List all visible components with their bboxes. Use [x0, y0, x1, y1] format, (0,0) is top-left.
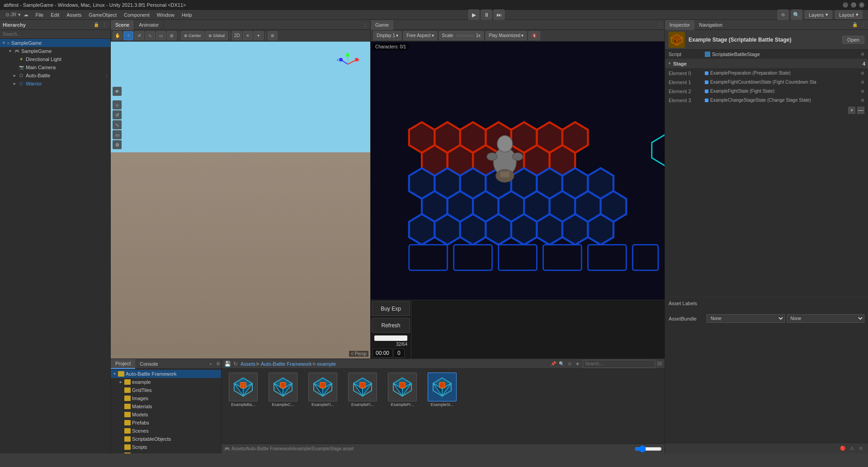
asset-item-2[interactable]: ExampleFi... — [305, 373, 341, 407]
assets-menu[interactable]: Assets — [63, 11, 85, 19]
asset-item-3[interactable]: ExampleFi... — [344, 373, 381, 407]
tab-game[interactable]: Game — [371, 20, 393, 30]
breadcrumb-example[interactable]: example — [317, 361, 336, 367]
maximize-button[interactable]: ❐ — [851, 2, 856, 8]
folder-item-scenes2[interactable]: ► Scenes — [111, 451, 221, 453]
minimize-button[interactable]: — — [843, 2, 848, 8]
folder-item-example[interactable]: ► example — [111, 378, 221, 386]
tab-animator[interactable]: Animator — [134, 20, 164, 30]
folder-item-auto-battle[interactable]: ▼ Auto-Battle Framework — [111, 370, 221, 378]
scene-zoom-in-btn[interactable]: 👁 — [113, 87, 122, 96]
asset-search-btn2[interactable]: 🔍 — [558, 361, 565, 367]
inspector-lock-icon[interactable]: 🔒 — [852, 22, 858, 28]
window-menu[interactable]: Window — [153, 11, 178, 19]
component-menu[interactable]: Component — [120, 11, 153, 19]
script-settings-icon[interactable]: ⚙ — [861, 52, 864, 57]
inspector-stage-header[interactable]: ▼ Stage 4 — [665, 59, 868, 69]
asset-filter-btn[interactable]: ⊙ — [566, 361, 573, 367]
scene-move-btn[interactable]: ⊹ — [123, 31, 133, 40]
project-add-btn[interactable]: + — [207, 360, 215, 368]
hierarchy-item-directional-light[interactable]: ► ☀ Directional Light — [0, 55, 110, 63]
tab-console[interactable]: Console — [135, 359, 162, 369]
tab-navigation[interactable]: Navigation — [694, 20, 727, 30]
asset-refresh-btn[interactable]: ↻ — [232, 361, 239, 367]
scene-scale2-btn[interactable]: ⤡ — [113, 120, 122, 129]
folder-item-scenes[interactable]: ► Scenes — [111, 427, 221, 435]
folder-item-prefabs[interactable]: ► Prefabs — [111, 419, 221, 427]
tab-scene[interactable]: Scene — [111, 20, 134, 30]
game-scale-btn[interactable]: Scale 1x — [439, 31, 484, 40]
file-menu[interactable]: File — [32, 11, 47, 19]
hierarchy-item-main-camera[interactable]: ► 📷 Main Camera — [0, 63, 110, 71]
scene-2d-btn[interactable]: 2D — [232, 31, 242, 40]
scene-more-icon[interactable]: ⋮ — [362, 22, 368, 28]
scene-lighting-btn[interactable]: ☀ — [243, 31, 253, 40]
asset-bundle-select[interactable]: None — [707, 314, 785, 323]
folder-item-scriptableobjects[interactable]: ► ScriptableObjects — [111, 435, 221, 443]
element-settings-1[interactable]: ⚙ — [861, 80, 864, 85]
hierarchy-item-samplegame[interactable]: ▼ 🎮 SampleGame — [0, 47, 110, 55]
buy-exp-button[interactable]: Buy Exp — [372, 301, 410, 316]
asset-item-5[interactable]: ExampleSt... — [424, 373, 460, 407]
hierarchy-lock-icon[interactable]: 🔒 — [93, 22, 99, 28]
game-more-icon[interactable]: ⋮ — [656, 22, 663, 28]
scene-global-btn[interactable]: ⊕ Global — [205, 31, 228, 40]
inspector-open-button[interactable]: Open — [842, 36, 864, 44]
scene-rect-btn[interactable]: ▭ — [156, 31, 166, 40]
edit-menu[interactable]: Edit — [47, 11, 63, 19]
folder-item-models[interactable]: ► Models — [111, 410, 221, 419]
inspector-add-element-btn[interactable]: + — [848, 107, 855, 114]
folder-item-images[interactable]: ► Images — [111, 394, 221, 402]
asset-size-slider[interactable] — [635, 447, 662, 451]
scene-fx-btn[interactable]: ✦ — [254, 31, 264, 40]
pause-button[interactable]: ⏸ — [481, 9, 492, 20]
scene-transform-btn[interactable]: ⊞ — [167, 31, 177, 40]
hierarchy-item-warrior[interactable]: ► ⬡ Warrior — [0, 80, 110, 88]
asset-pin-btn[interactable]: 📌 — [550, 361, 557, 367]
scene-nav-btn[interactable]: ⊹ — [113, 100, 122, 109]
step-button[interactable]: ⏭ — [494, 9, 505, 20]
inspector-color-icon[interactable]: 🔴 — [839, 445, 846, 452]
search-button[interactable]: 🔍 — [791, 9, 802, 20]
game-maximize-btn[interactable]: Play Maximized ▾ — [486, 31, 527, 40]
breadcrumb-framework[interactable]: Auto-Battle Framework — [261, 361, 311, 367]
inspector-check-icon[interactable]: ⊙ — [857, 445, 864, 452]
game-aspect-btn[interactable]: Free Aspect ▾ — [403, 31, 437, 40]
play-button[interactable]: ▶ — [468, 9, 479, 20]
tab-project[interactable]: Project — [111, 359, 135, 369]
hierarchy-item-all[interactable]: ▼ ≡ SampleGame — [0, 39, 110, 47]
breadcrumb-assets[interactable]: Assets — [241, 361, 255, 367]
game-display-btn[interactable]: Display 1 ▾ — [373, 31, 401, 40]
hierarchy-item-auto-battle[interactable]: ► ⬡ Auto-Battle ⋮ — [0, 71, 110, 80]
asset-item-0[interactable]: ExampleBa... — [225, 373, 261, 407]
scene-grid-btn[interactable]: ⊞ — [268, 31, 278, 40]
tab-inspector[interactable]: Inspector — [665, 20, 694, 30]
layout-dropdown[interactable]: Layout ▾ — [835, 10, 863, 19]
account-button[interactable]: ⊙ JR ▾ ☁ — [2, 11, 32, 19]
inspector-remove-element-btn[interactable]: — — [857, 107, 864, 114]
asset-star-btn[interactable]: ★ — [575, 361, 581, 367]
element-settings-0[interactable]: ⚙ — [861, 71, 864, 75]
scene-rotate-btn[interactable]: ↺ — [134, 31, 144, 40]
asset-save-btn[interactable]: 💾 — [224, 361, 231, 367]
inspector-more-icon[interactable]: ⋮ — [860, 22, 866, 28]
element-settings-3[interactable]: ⚙ — [861, 98, 864, 103]
scene-settings-btn[interactable]: ⚙ — [113, 140, 122, 149]
asset-item-4[interactable]: ExamplePr... — [384, 373, 420, 407]
folder-item-scripts[interactable]: ► Scripts — [111, 443, 221, 451]
scene-rot-btn[interactable]: ↺ — [113, 110, 122, 119]
inspector-warning-icon[interactable]: ⚠ — [848, 445, 855, 452]
asset-item-1[interactable]: ExampleC... — [265, 373, 301, 407]
scene-scale-btn[interactable]: ⤡ — [145, 31, 155, 40]
asset-search-input[interactable] — [583, 360, 655, 368]
hierarchy-more-icon[interactable]: ⋮ — [101, 22, 108, 28]
scene-rect2-btn[interactable]: ▭ — [113, 130, 122, 139]
help-menu[interactable]: Help — [178, 11, 196, 19]
element-settings-2[interactable]: ⚙ — [861, 89, 864, 94]
gameobject-menu[interactable]: GameObject — [85, 11, 120, 19]
scene-hand-btn[interactable]: ✋ — [113, 31, 123, 40]
game-mute-btn[interactable]: 🔇 — [528, 31, 540, 40]
settings-icon[interactable]: ⚙ — [215, 361, 221, 367]
folder-item-gridtiles[interactable]: ► GridTiles — [111, 386, 221, 394]
scene-pivot-btn[interactable]: ⊕ Center — [181, 31, 204, 40]
